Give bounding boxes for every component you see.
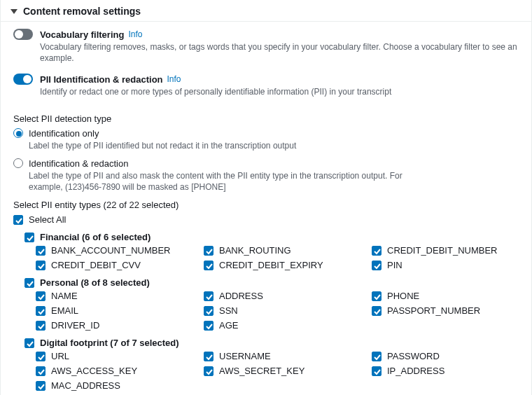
entity-checkbox[interactable] <box>204 261 214 270</box>
entity-label: DRIVER_ID <box>51 320 99 331</box>
entity-item: DRIVER_ID <box>36 320 204 331</box>
entity-checkbox[interactable] <box>36 261 46 270</box>
entity-checkbox[interactable] <box>372 352 382 361</box>
digital-group-label: Digital footprint (7 of 7 selected) <box>40 338 179 348</box>
entity-label: AWS_SECRET_KEY <box>219 366 304 376</box>
entity-checkbox[interactable] <box>36 306 46 316</box>
entity-item: EMAIL <box>36 305 204 316</box>
entity-checkbox[interactable] <box>36 366 46 376</box>
entity-label: AWS_ACCESS_KEY <box>51 366 137 376</box>
entity-label: PIN <box>387 260 402 270</box>
entity-item: CREDIT_DEBIT_NUMBER <box>372 245 519 256</box>
chevron-down-icon <box>10 9 18 14</box>
select-all-label: Select All <box>29 214 66 225</box>
financial-group-label: Financial (6 of 6 selected) <box>40 232 150 242</box>
entity-item: PHONE <box>372 291 519 301</box>
entity-item: URL <box>36 351 204 361</box>
entity-item: PASSWORD <box>372 351 519 361</box>
pii-desc: Identify or redact one or more types of … <box>40 86 519 97</box>
entity-checkbox[interactable] <box>372 291 382 301</box>
entity-checkbox[interactable] <box>204 321 214 331</box>
entity-item: IP_ADDRESS <box>372 366 519 376</box>
content-removal-header[interactable]: Content removal settings <box>1 0 531 22</box>
vocab-filter-label: Vocabulary filtering <box>40 29 124 40</box>
entity-checkbox[interactable] <box>36 321 46 331</box>
radio-identification-redaction-label: Identification & redaction <box>29 158 128 169</box>
entity-item: AGE <box>204 320 372 331</box>
entity-checkbox[interactable] <box>204 246 214 256</box>
entity-item: BANK_ACCOUNT_NUMBER <box>36 245 204 256</box>
vocab-filter-toggle[interactable] <box>13 29 33 40</box>
entity-label: CREDIT_DEBIT_CVV <box>51 260 141 270</box>
entity-item: CREDIT_DEBIT_CVV <box>36 260 204 270</box>
entity-label: USERNAME <box>219 351 271 361</box>
select-all-checkbox[interactable] <box>13 215 23 225</box>
entity-item: AWS_SECRET_KEY <box>204 366 372 376</box>
entity-label: ADDRESS <box>219 291 263 301</box>
entity-item: BANK_ROUTING <box>204 245 372 256</box>
entity-label: CREDIT_DEBIT_NUMBER <box>387 245 497 256</box>
entity-checkbox[interactable] <box>36 246 46 256</box>
radio-identification-only[interactable] <box>13 128 23 138</box>
entity-label: NAME <box>51 291 78 301</box>
entity-checkbox[interactable] <box>372 246 382 256</box>
entity-checkbox[interactable] <box>204 306 214 316</box>
entity-checkbox[interactable] <box>204 352 214 361</box>
entity-item: ADDRESS <box>204 291 372 301</box>
vocab-filter-desc: Vocabulary filtering removes, masks, or … <box>40 41 519 64</box>
entity-label: IP_ADDRESS <box>387 366 444 376</box>
entity-label: CREDIT_DEBIT_EXPIRY <box>219 260 323 270</box>
entity-checkbox[interactable] <box>372 366 382 376</box>
pii-toggle[interactable] <box>13 74 33 85</box>
detection-type-heading: Select PII detection type <box>13 113 519 124</box>
financial-group-checkbox[interactable] <box>24 233 34 242</box>
vocab-filter-info-link[interactable]: Info <box>128 29 142 39</box>
entity-item: NAME <box>36 291 204 301</box>
entity-checkbox[interactable] <box>36 352 46 361</box>
radio-identification-redaction-desc: Label the type of PII and also mask the … <box>29 170 421 193</box>
entity-checkbox[interactable] <box>204 291 214 301</box>
radio-identification-only-label: Identification only <box>29 128 99 139</box>
radio-identification-redaction[interactable] <box>13 158 23 168</box>
entity-item: USERNAME <box>204 351 372 361</box>
pii-label: PII Identification & redaction <box>40 74 163 85</box>
entity-checkbox[interactable] <box>204 366 214 376</box>
entity-label: AGE <box>219 320 238 331</box>
entity-label: EMAIL <box>51 305 78 316</box>
radio-identification-only-desc: Label the type of PII identified but not… <box>29 140 421 151</box>
personal-group-label: Personal (8 of 8 selected) <box>40 277 150 288</box>
entity-label: MAC_ADDRESS <box>51 380 120 391</box>
entity-checkbox[interactable] <box>372 261 382 270</box>
entity-label: PASSPORT_NUMBER <box>387 305 480 316</box>
entity-label: PHONE <box>387 291 419 301</box>
entity-label: SSN <box>219 305 238 316</box>
content-removal-title: Content removal settings <box>23 6 141 17</box>
entity-checkbox[interactable] <box>372 306 382 316</box>
digital-group-checkbox[interactable] <box>24 338 34 348</box>
entity-item: MAC_ADDRESS <box>36 380 204 391</box>
entity-item: PASSPORT_NUMBER <box>372 305 519 316</box>
entity-checkbox[interactable] <box>36 381 46 391</box>
entity-item: PIN <box>372 260 519 270</box>
personal-group-checkbox[interactable] <box>24 278 34 288</box>
entity-label: URL <box>51 351 69 361</box>
entity-types-heading: Select PII entity types (22 of 22 select… <box>13 200 519 210</box>
entity-item: AWS_ACCESS_KEY <box>36 366 204 376</box>
entity-item: SSN <box>204 305 372 316</box>
entity-checkbox[interactable] <box>36 291 46 301</box>
entity-item: CREDIT_DEBIT_EXPIRY <box>204 260 372 270</box>
entity-label: BANK_ROUTING <box>219 245 291 256</box>
pii-info-link[interactable]: Info <box>167 74 181 84</box>
entity-label: PASSWORD <box>387 351 440 361</box>
entity-label: BANK_ACCOUNT_NUMBER <box>51 245 170 256</box>
